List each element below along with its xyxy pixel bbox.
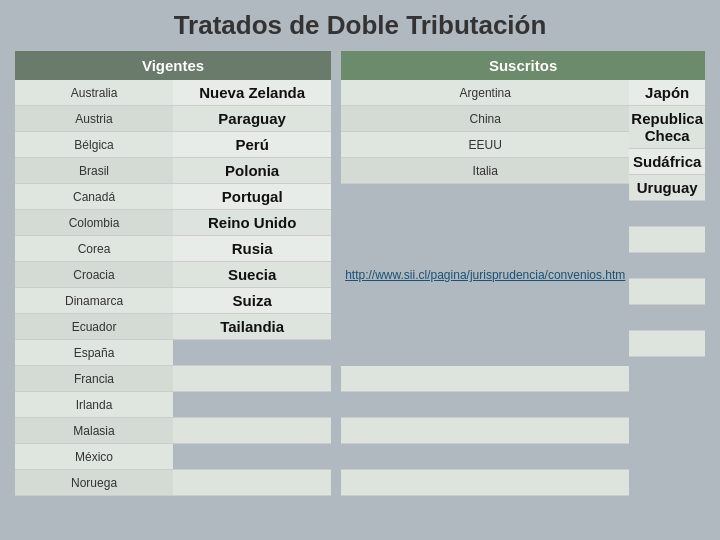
vigentes-col1-row: Brasil [15,158,173,184]
vigentes-col2-row: Tailandia [173,314,331,340]
suscritos-col1-row [341,418,629,444]
vigentes-col1-row: Noruega [15,470,173,496]
vigentes-section: Vigentes AustraliaAustriaBélgicaBrasilCa… [15,51,331,496]
vigentes-col1-row: España [15,340,173,366]
vigentes-col1-row: Ecuador [15,314,173,340]
suscritos-col1-row [341,366,629,392]
suscritos-col2-row: Japón [629,80,705,106]
vigentes-col2-row [173,340,331,366]
vigentes-col1-row: Malasia [15,418,173,444]
suscritos-col1-row: Italia [341,158,629,184]
suscritos-col1-row [341,470,629,496]
vigentes-header: Vigentes [15,51,331,80]
vigentes-col2-row: Rusia [173,236,331,262]
suscritos-col1-row: EEUU [341,132,629,158]
vigentes-col2-row [173,470,331,496]
vigentes-col2-row [173,444,331,470]
suscritos-col2-row [629,201,705,227]
suscritos-col2-row [629,331,705,357]
suscritos-col1-row [341,444,629,470]
vigentes-col1-row: Austria [15,106,173,132]
vigentes-col1-row: Bélgica [15,132,173,158]
suscritos-col1: ArgentinaChinaEEUUItaliahttp://www.sii.c… [341,80,629,496]
suscritos-col2-row [629,253,705,279]
suscritos-col2-row: Sudáfrica [629,149,705,175]
page-title: Tratados de Doble Tributación [174,10,547,41]
suscritos-col1-row [341,392,629,418]
vigentes-col2-row [173,366,331,392]
vigentes-col1-row: Irlanda [15,392,173,418]
suscritos-table: ArgentinaChinaEEUUItaliahttp://www.sii.c… [341,80,705,496]
vigentes-col1-row: Corea [15,236,173,262]
vigentes-col1-row: México [15,444,173,470]
vigentes-col1-row: Dinamarca [15,288,173,314]
suscritos-col1-row: Argentina [341,80,629,106]
vigentes-table: AustraliaAustriaBélgicaBrasilCanadáColom… [15,80,331,496]
vigentes-col2-row [173,418,331,444]
suscritos-col2-row: Republica Checa [629,106,705,149]
vigentes-col2-row: Perú [173,132,331,158]
vigentes-col2-row: Paraguay [173,106,331,132]
vigentes-col1-row: Colombia [15,210,173,236]
vigentes-col2-row: Portugal [173,184,331,210]
vigentes-col1: AustraliaAustriaBélgicaBrasilCanadáColom… [15,80,173,496]
page-container: Tratados de Doble Tributación Vigentes A… [0,0,720,540]
suscritos-col2-row [629,305,705,331]
suscritos-col1-row[interactable]: http://www.sii.cl/pagina/jurisprudencia/… [341,184,629,366]
vigentes-col1-row: Canadá [15,184,173,210]
vigentes-col2-row: Suecia [173,262,331,288]
vigentes-col1-row: Australia [15,80,173,106]
suscritos-col2-row: Uruguay [629,175,705,201]
suscritos-col1-row: China [341,106,629,132]
suscritos-col2-row [629,279,705,305]
vigentes-col2-row: Nueva Zelanda [173,80,331,106]
suscritos-col2: JapónRepublica ChecaSudáfricaUruguay [629,80,705,496]
suscritos-header: Suscritos [341,51,705,80]
vigentes-col2-row: Suiza [173,288,331,314]
vigentes-col2-row [173,392,331,418]
vigentes-col1-row: Croacia [15,262,173,288]
suscritos-col2-row [629,227,705,253]
vigentes-col2: Nueva ZelandaParaguayPerúPoloniaPortugal… [173,80,331,496]
vigentes-col2-row: Reino Unido [173,210,331,236]
suscritos-section: Suscritos ArgentinaChinaEEUUItaliahttp:/… [341,51,705,496]
main-table-wrapper: Vigentes AustraliaAustriaBélgicaBrasilCa… [15,51,705,496]
vigentes-col1-row: Francia [15,366,173,392]
vigentes-col2-row: Polonia [173,158,331,184]
